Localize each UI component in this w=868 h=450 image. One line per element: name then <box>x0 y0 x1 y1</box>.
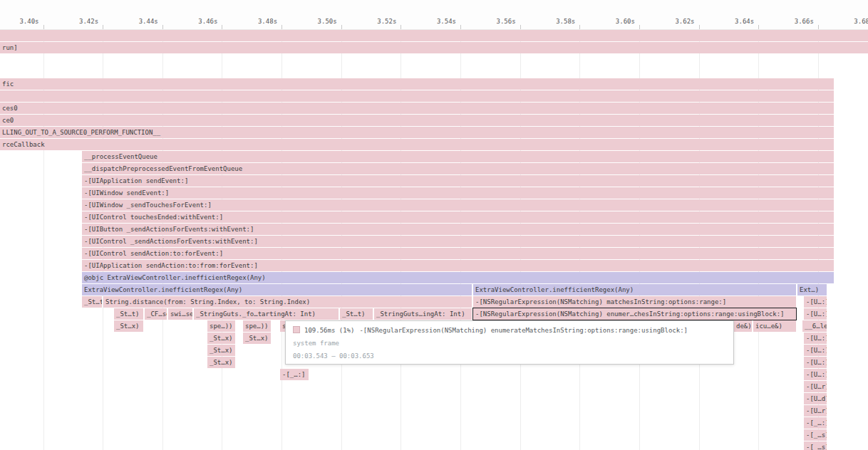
flame-frame[interactable]: -[_…:] <box>280 369 309 380</box>
flame-frame[interactable]: __6…le <box>802 320 827 332</box>
flame-frame[interactable]: -[_…s] <box>804 441 827 450</box>
flame-frame[interactable]: _StringGuts…ingAt: Int) <box>374 308 472 320</box>
flame-frame[interactable]: Ext…) <box>797 284 827 295</box>
time-ruler-tick <box>222 25 222 29</box>
time-ruler-label: 3.46s <box>193 18 217 25</box>
flame-frame[interactable]: -[U…r] <box>804 405 827 417</box>
time-ruler-tick <box>281 25 282 29</box>
tooltip-symbol: -[NSRegularExpression(NSMatching) enumer… <box>359 327 688 334</box>
flame-frame[interactable]: __processEventQueue <box>82 151 834 162</box>
flame-frame[interactable]: -[U…:] <box>804 357 827 368</box>
time-ruler-label: 3.50s <box>313 18 337 25</box>
time-ruler-tick <box>758 25 759 29</box>
flame-frame[interactable] <box>0 30 868 41</box>
time-ruler-tick <box>103 25 103 29</box>
time-ruler-tick <box>460 25 461 29</box>
frame-tooltip: 109.56ms (1%)-[NSRegularExpression(NSMat… <box>285 320 734 365</box>
time-ruler-label: 3.42s <box>74 18 98 25</box>
flame-frame[interactable]: _St…x) <box>207 357 235 368</box>
flame-frame[interactable]: -[U…:] <box>804 345 827 356</box>
flame-frame[interactable]: -[UIWindow _sendTouchesForEvent:] <box>82 199 834 211</box>
flame-frame[interactable]: LLING_OUT_TO_A_SOURCE0_PERFORM_FUNCTION_… <box>0 127 834 138</box>
flame-chart[interactable]: run]ficces0ce0LLING_OUT_TO_A_SOURCE0_PER… <box>0 30 868 450</box>
flame-frame[interactable]: fic <box>0 78 834 90</box>
flame-frame[interactable]: _St…t) <box>82 296 102 308</box>
time-ruler-tick <box>341 25 342 29</box>
flame-frame[interactable]: ExtraViewController.inefficientRegex(Any… <box>82 284 472 295</box>
tooltip-frame-kind: system frame <box>293 340 726 347</box>
selected-flame-frame[interactable]: -[NSRegularExpression(NSMatching) enumer… <box>473 308 796 320</box>
tooltip-time-range: 00:03.543 — 00:03.653 <box>293 352 726 360</box>
time-ruler-label: 3.62s <box>671 18 695 25</box>
flame-frame[interactable]: -[U…d] <box>804 393 827 404</box>
flame-frame[interactable]: _CF…se <box>145 308 167 320</box>
flame-frame[interactable]: rceCallback <box>0 139 834 150</box>
flame-frame[interactable] <box>0 90 834 102</box>
time-ruler[interactable]: 3.40s3.42s3.44s3.46s3.48s3.50s3.52s3.54s… <box>0 0 868 30</box>
flame-frame[interactable]: -[UIApplication sendAction:to:from:forEv… <box>82 260 834 271</box>
frame-color-swatch <box>293 326 300 333</box>
flame-frame[interactable]: _St…x) <box>207 333 235 344</box>
tooltip-title-line: 109.56ms (1%)-[NSRegularExpression(NSMat… <box>293 326 726 334</box>
flame-frame[interactable]: run] <box>0 42 868 53</box>
flame-frame[interactable]: ces0 <box>0 103 834 114</box>
flame-frame[interactable]: -[NSRegularExpression(NSMatching) matche… <box>473 296 796 308</box>
time-ruler-label: 3.64s <box>730 18 754 25</box>
time-ruler-label: 3.52s <box>372 18 396 25</box>
flame-frame[interactable]: -[_…:] <box>804 417 827 429</box>
time-ruler-tick <box>579 25 580 29</box>
flame-frame[interactable]: -[U…:] <box>804 308 827 320</box>
time-ruler-tick <box>43 25 44 29</box>
flame-frame[interactable]: -[UIControl sendAction:to:forEvent:] <box>82 248 834 259</box>
time-ruler-label: 3.68s <box>849 18 868 25</box>
flame-frame[interactable]: de&) <box>734 320 752 332</box>
flame-frame[interactable]: -[UIButton _sendActionsForEvents:withEve… <box>82 224 834 235</box>
flame-frame[interactable]: _StringGuts._fo…tartingAt: Int) <box>194 308 339 320</box>
flame-frame[interactable]: @objc ExtraViewController.inefficientReg… <box>82 272 834 283</box>
flame-frame[interactable]: swi…se <box>168 308 192 320</box>
flame-frame[interactable]: -[UIControl _sendActionsForEvents:withEv… <box>82 236 834 247</box>
flame-frame[interactable]: -[U…r] <box>804 381 827 392</box>
time-ruler-tick <box>162 25 163 29</box>
flame-frame[interactable]: -[U…:] <box>804 369 827 380</box>
flame-frame[interactable]: _St…x) <box>207 345 235 356</box>
flame-frame[interactable]: ExtraViewController.inefficientRegex(Any… <box>473 284 796 295</box>
flame-frame[interactable]: _St…t) <box>340 308 373 320</box>
flame-frame[interactable]: _St…x) <box>243 333 271 344</box>
flame-frame[interactable]: __dispatchPreprocessedEventFromEventQueu… <box>82 163 834 174</box>
flame-frame[interactable]: -[UIWindow sendEvent:] <box>82 187 834 199</box>
flame-frame[interactable]: spe…)) <box>207 320 235 332</box>
flame-frame[interactable]: ce0 <box>0 115 834 126</box>
time-ruler-tick <box>520 25 521 29</box>
time-ruler-label: 3.44s <box>134 18 158 25</box>
flame-frame[interactable]: -[U…:] <box>804 296 827 308</box>
time-ruler-tick <box>639 25 640 29</box>
time-ruler-tick <box>699 25 700 29</box>
time-ruler-label: 3.54s <box>432 18 456 25</box>
time-ruler-label: 3.60s <box>611 18 635 25</box>
time-ruler-label: 3.56s <box>492 18 516 25</box>
time-ruler-tick <box>401 25 401 29</box>
flame-frame[interactable]: -[UIControl touchesEnded:withEvent:] <box>82 211 834 223</box>
time-ruler-label: 3.66s <box>790 18 814 25</box>
flame-frame[interactable]: _St…x) <box>114 320 143 332</box>
time-ruler-label: 3.40s <box>15 18 39 25</box>
flame-frame[interactable]: -[UIApplication sendEvent:] <box>82 175 834 187</box>
tooltip-duration: 109.56ms (1%) <box>304 327 354 334</box>
time-ruler-tick <box>818 25 819 29</box>
flame-frame[interactable]: String.distance(from: String.Index, to: … <box>103 296 472 308</box>
time-ruler-label: 3.48s <box>253 18 277 25</box>
flame-frame[interactable]: -[U…:] <box>804 333 827 344</box>
flame-frame[interactable]: spe…)) <box>243 320 271 332</box>
flame-frame[interactable]: _St…t) <box>114 308 143 320</box>
flame-frame[interactable]: icu…e&) <box>753 320 796 332</box>
time-ruler-label: 3.58s <box>551 18 575 25</box>
flame-frame[interactable]: -[_…s] <box>804 429 827 441</box>
